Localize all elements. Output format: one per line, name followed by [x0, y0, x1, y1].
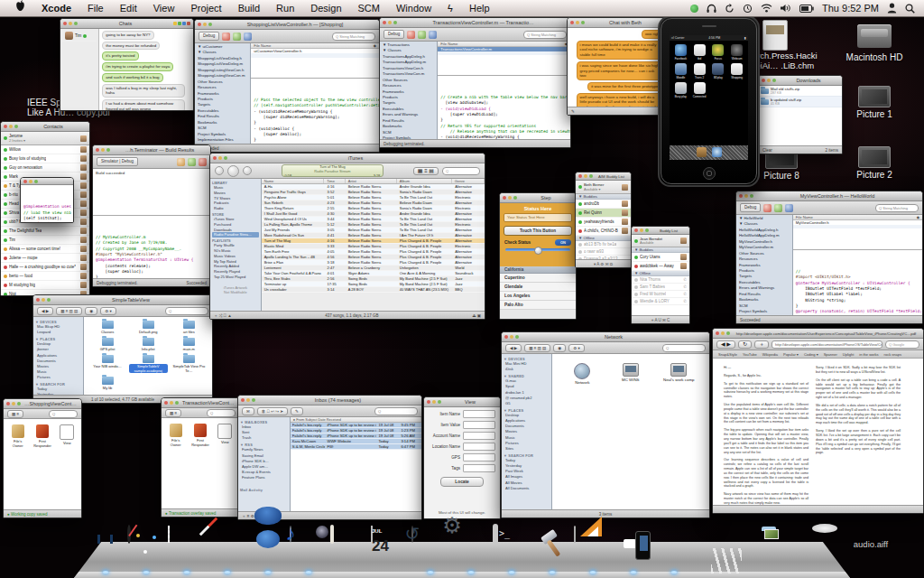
search-input[interactable]: Q String Matching	[875, 204, 919, 212]
window-buddy-list-aim[interactable]: AIM Buddy List Beth Berner Available ▾ ▼…	[575, 172, 632, 268]
track-row[interactable]: Un crossfader3:14A 28 BOY40 WAYS THAT AN…	[262, 287, 485, 293]
contact-row[interactable]: Halle — a crushing goodbye so cute*	[1, 263, 89, 272]
stop-button[interactable]	[199, 158, 207, 166]
search-input[interactable]: Q String Matching	[523, 31, 567, 39]
first-responder[interactable]: First Responder	[190, 424, 209, 447]
code-editor[interactable]: // Create a nib with the table view belo…	[438, 76, 570, 139]
build-button[interactable]	[177, 158, 185, 166]
info-button[interactable]	[785, 204, 793, 212]
close-icon[interactable]	[213, 156, 217, 160]
contact-row[interactable]: M studying big	[1, 281, 89, 290]
window-safari[interactable]: http://developer.apple.com/documentation…	[712, 328, 924, 514]
view-segment[interactable]: ▦ ≡	[7, 410, 23, 418]
minimize-icon[interactable]	[510, 335, 513, 339]
menu-clock[interactable]: Thu 9:52 PM	[822, 3, 879, 14]
buddy-pane[interactable]: Tim	[60, 29, 99, 110]
bookmark-item[interactable]: rock snaps	[884, 352, 901, 357]
build-go-button[interactable]	[774, 204, 782, 212]
overview-popup[interactable]: Debug	[383, 30, 404, 39]
file-icon-item[interactable]: Classes	[88, 321, 126, 334]
file-icon-item[interactable]: My lib	[88, 377, 126, 390]
macintosh-hd-icon[interactable]	[857, 24, 892, 48]
close-icon[interactable]	[634, 228, 638, 232]
address-bar[interactable]: http://developer.apple.com/documentation…	[772, 340, 882, 349]
macintosh-hd-label[interactable]: Macintosh HD	[817, 52, 924, 62]
buddy-row[interactable]: Rei Quinn	[576, 209, 631, 218]
window-xcode-transactions[interactable]: TransactionsViewController.m — Transacti…	[379, 17, 571, 148]
close-icon[interactable]	[504, 335, 508, 339]
build-go-button[interactable]	[188, 158, 196, 166]
zoom-icon[interactable]	[14, 125, 18, 128]
build-button[interactable]	[222, 33, 230, 41]
dock-trash-icon[interactable]	[807, 527, 845, 564]
iphone-app-icon[interactable]: tbd	[691, 44, 708, 61]
minimize-icon[interactable]	[721, 331, 725, 335]
iphone-home-grid[interactable]: FacebooktbdFocusWebcamMoodleTrans 2BDpla…	[670, 41, 748, 102]
sidebar-item[interactable]: G5	[504, 401, 550, 406]
window-downloads-mini[interactable]: Downloads Mail old stuffs.zip287 KBb upd…	[758, 75, 843, 154]
menu-scm[interactable]: SCM	[350, 0, 388, 16]
close-icon[interactable]	[578, 174, 582, 178]
network-item[interactable]: Neal's work comp	[661, 363, 697, 385]
minimize-icon[interactable]	[12, 402, 15, 406]
file-icon-item[interactable]: Default.png	[129, 321, 168, 334]
files-owner[interactable]: File's Owner	[8, 424, 27, 448]
close-icon[interactable]	[762, 79, 765, 82]
bookmark-item[interactable]: Wikipedia	[762, 352, 778, 357]
dock-sysprefs-icon[interactable]	[452, 527, 490, 564]
bookmark-item[interactable]: Snap&Style	[718, 352, 737, 357]
action-menu[interactable]: ⚙ ▾	[568, 344, 585, 352]
configuration-popup[interactable]: Simulator | Debug	[97, 157, 138, 166]
status-text-field[interactable]: Your Status Text Here	[504, 213, 572, 222]
menu-view[interactable]: View	[145, 0, 183, 16]
buddy-toolbar[interactable]: ▾ A ⚙ ✉ ⧉	[576, 259, 631, 267]
field-input[interactable]	[463, 421, 495, 429]
close-icon[interactable]	[241, 398, 245, 402]
resize-controls[interactable]: ＋ ≡ ⚙	[242, 514, 254, 518]
iphone-screen[interactable]: ııl Carrier4:56 PM▮ FacebooktbdFocusWebc…	[670, 35, 748, 160]
file-icon-item[interactable]: Info.plist	[129, 338, 168, 351]
quicklook-button[interactable]: ◉	[553, 344, 566, 352]
chm-file-icon[interactable]	[762, 20, 788, 51]
minimize-icon[interactable]	[576, 21, 579, 24]
window-mail[interactable]: Inbox (74 messages) ✉ 🗑 ⃠ ↩ ↪ ➤ ✎ Q ▼ MA…	[237, 395, 422, 520]
window-ib-xib-transaction[interactable]: TransactionViewController.xib ▦ ≡ Q File…	[161, 397, 240, 517]
iphone-app-icon[interactable]: Connected	[691, 82, 708, 98]
minimize-icon[interactable]	[246, 398, 250, 402]
menu-file[interactable]: File	[79, 0, 112, 16]
build-button[interactable]	[763, 204, 772, 212]
back-forward[interactable]: ◀ ▶	[505, 344, 522, 352]
search-input[interactable]: Q	[165, 307, 208, 315]
wifi-icon[interactable]	[761, 4, 772, 13]
groups-files-sidebar[interactable]: ▼ Transactions ▼ Classes TransactionsApp…	[380, 42, 438, 139]
window-xcode-shopping[interactable]: ShoppingListViewController.h — [Shopping…	[194, 19, 380, 153]
delete-junk-segment[interactable]: 🗑 ⃠ ↩ ↪ ➤	[257, 407, 288, 415]
zoom-icon[interactable]	[393, 21, 397, 24]
itunes-sidebar[interactable]: LIBRARY MusicMoviesTV ShowsPodcastsRadio…	[210, 179, 262, 311]
dock-finder-icon[interactable]	[87, 527, 125, 564]
search-input[interactable]: Q	[662, 344, 706, 352]
file-icon-item[interactable]: Your NIB windo…	[88, 355, 126, 373]
iphone-app-icon[interactable]: Webcam	[728, 44, 745, 61]
quicklook-button[interactable]: ◉	[85, 307, 97, 315]
zoom-icon[interactable]	[438, 400, 441, 404]
dock-xcode-icon[interactable]	[533, 527, 571, 564]
file-table[interactable]: File Name◆ TransactionsViewController.m	[438, 42, 570, 76]
dock-adium-icon[interactable]	[249, 527, 287, 564]
first-responder[interactable]: First Responder	[32, 424, 51, 448]
my-status[interactable]: Available ▾	[584, 187, 604, 191]
volume-icon[interactable]	[781, 4, 791, 13]
my-status[interactable]: Available	[640, 241, 662, 245]
buddy-row[interactable]: A child's, CHINO-B	[576, 227, 631, 236]
bookmark-item[interactable]: Spanner	[824, 352, 837, 357]
view-segment[interactable]: ▦ ≡ ▥ ▤	[56, 307, 82, 315]
buddy-row[interactable]: Cory Utans	[632, 253, 689, 262]
city-row[interactable]: Palo Alto	[500, 301, 576, 310]
iphone-app-icon[interactable]: Trans 2	[691, 63, 708, 79]
close-icon[interactable]	[23, 180, 27, 183]
sidebar-item[interactable]: Sites	[504, 446, 550, 452]
buddy-row-offline[interactable]: Sam T Babies✆	[632, 284, 689, 291]
close-icon[interactable]	[503, 196, 506, 200]
file-icon-item[interactable]: SimpleTableV sample.xcodeproj	[129, 355, 168, 373]
city-row[interactable]: Glendale	[500, 283, 576, 292]
